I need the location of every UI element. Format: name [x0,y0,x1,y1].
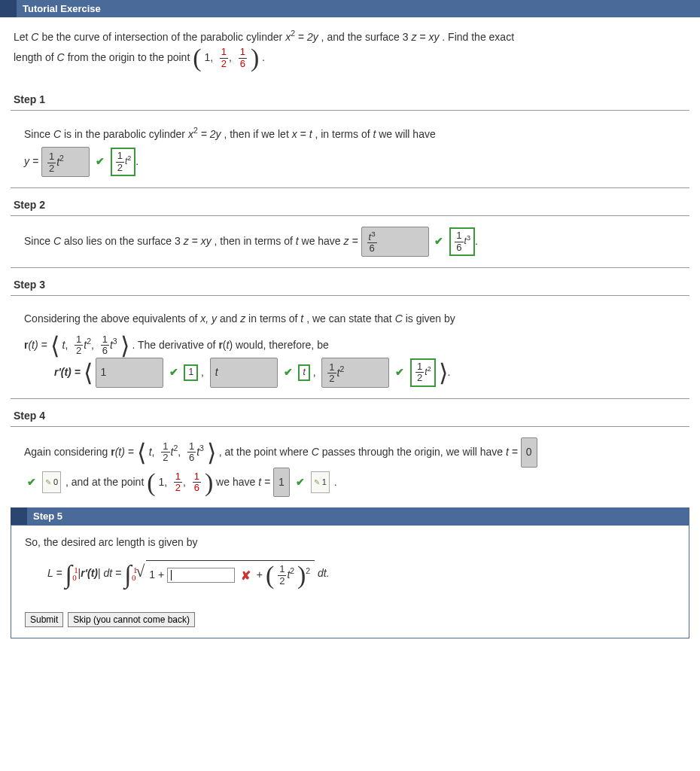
step2-body: Since C also lies on the surface 3 z = x… [11,215,689,268]
step4-label: Step 4 [14,410,700,422]
text: Since [24,128,53,140]
vars: x, y [200,312,217,325]
pt-z: 16 [239,47,247,69]
text: , we can state that [306,312,395,325]
rprime-row: r'(t) = ⟨ 1 ✔ 1 , t ✔ t , 12t2 ✔ 12t2 ⟩. [54,358,676,388]
r-label: r [218,338,222,350]
comp3: 16 [101,334,109,357]
step3-hint-2[interactable]: t [298,364,309,380]
var-c: C [53,128,61,140]
step5-label: Step 5 [33,510,62,522]
text: be the curve of intersection of the para… [41,31,285,43]
text: Considering the above equivalents of [24,312,200,325]
text: , then in terms of [215,235,296,247]
text: in terms of [248,312,300,325]
rparen: ) [205,468,213,495]
text: passes through the origin, we will have [322,446,506,458]
step5-input[interactable] [167,568,235,583]
rprime: r'(t) [81,567,98,579]
t-eq: t = [506,446,521,458]
lparen: ( [193,44,201,72]
chip-1[interactable]: ✎ 1 [311,471,330,492]
var-z: z [411,31,416,43]
step3-answer-1[interactable]: 1 [96,358,163,388]
let: x = t [292,128,312,140]
var-c: C [57,51,65,63]
step3-answer-3[interactable]: 12t2 [321,358,389,388]
step1-hint[interactable]: 12t2 [111,148,136,176]
check-icon: ✔ [296,476,305,488]
text: we have [216,475,258,487]
text: Let [14,31,31,43]
text: , in terms of [315,128,373,140]
L-eq: L = [47,567,65,579]
eq: = 2y [201,128,221,140]
eq: = 2y [298,31,318,43]
text: . [262,51,265,63]
step5-header: Step 5 [11,507,689,525]
submit-button[interactable]: Submit [25,612,63,627]
arc-length-expr: L = ∫10 |r'(t)| dt = ∫10 1 + ✘ + ( 12t2 … [47,560,330,588]
step1-label: Step 1 [14,93,700,105]
var-x: x [188,128,193,140]
pt-x: 1 [204,51,210,63]
step4-answer-0[interactable]: 0 [521,437,537,468]
text: is in the parabolic cylinder [64,128,188,140]
var-c: C [53,235,61,247]
text: we have [302,235,344,247]
text: is given by [406,312,455,325]
var-t: t [373,128,376,140]
step4-answer-1[interactable]: 1 [273,468,290,498]
chip-0[interactable]: ✎ 0 [42,471,61,492]
langle: ⟨ [137,439,146,466]
check-icon: ✔ [434,235,443,247]
text: would, therefore, be [236,338,329,350]
check-icon: ✔ [27,476,36,488]
step4-body: Again considering r(t) = ⟨ t, 12t2, 16t3… [11,426,689,507]
langle: ⟨ [50,331,59,358]
check-icon: ✔ [395,366,404,378]
z-eq: z = [344,235,361,247]
problem-statement: Let C be the curve of intersection of th… [0,17,700,83]
rparen: ) [251,44,259,72]
eq: = xy [192,235,212,247]
step3-body: Considering the above equivalents of x, … [11,295,689,399]
text: (t) = [28,338,50,350]
text: (t) = [115,446,137,458]
var-c: C [312,446,319,458]
comp1: t [62,338,65,350]
rangle: ⟩ [207,439,216,466]
text: Again considering [24,446,111,458]
step3-answer-2[interactable]: t [210,358,278,388]
var-c: C [395,312,403,325]
var-z: z [240,312,245,325]
comp2: 12 [75,334,83,357]
text: , then if we let [224,128,291,140]
text: from the origin to the point [68,51,193,63]
text: Since [24,235,53,247]
text: and [220,312,240,325]
pt-y: 12 [220,47,228,69]
step1-body: Since C is in the parabolic cylinder x2 … [11,110,689,189]
var-t: t [300,312,303,325]
skip-button[interactable]: Skip (you cannot come back) [68,612,195,627]
header-title: Tutorial Exercise [23,3,101,14]
text: length of [14,51,57,63]
x-icon: ✘ [241,569,251,582]
text: , at the point where [219,446,312,458]
step3-hint-1[interactable]: 1 [184,364,198,380]
step1-answer[interactable]: 12t2 [41,147,90,177]
exp: 2 [291,29,295,38]
step2-hint[interactable]: 16t3 [449,227,475,256]
step2-label: Step 2 [14,199,700,211]
step3-hint-3[interactable]: 12t2 [410,358,436,387]
var-c: C [31,31,38,43]
eq: = xy [419,31,439,43]
text: . The derivative of [132,338,218,350]
rangle: ⟩ [439,359,448,386]
text: . Find the exact [442,31,514,43]
step2-answer[interactable]: t36 [361,227,429,257]
text: also lies on the surface 3 [64,235,181,247]
lparen: ( [147,468,155,495]
y-eq: y = [24,155,41,167]
